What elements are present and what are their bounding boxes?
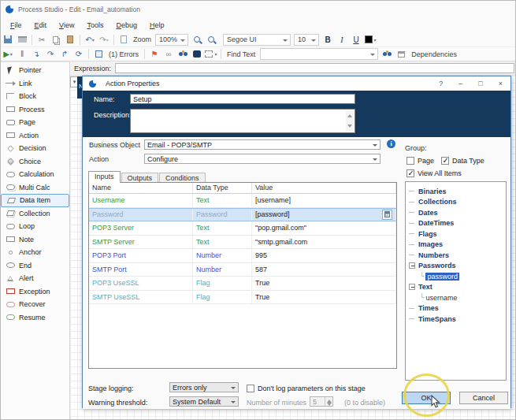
font-size-combobox[interactable]: 10 xyxy=(294,34,319,46)
palette-item-resume[interactable]: Resume xyxy=(1,311,69,325)
menu-debug[interactable]: Debug xyxy=(110,20,143,31)
param-value[interactable]: [password] xyxy=(252,209,396,221)
tree-node-username[interactable]: └username xyxy=(409,292,506,303)
palette-item-collection[interactable]: Collection xyxy=(1,207,69,221)
selection-mode-button[interactable]: ▾ xyxy=(205,48,217,60)
print-button[interactable] xyxy=(16,34,28,46)
tree-node-binaries[interactable]: Binaries xyxy=(409,186,506,197)
step-over-button[interactable]: ↷ xyxy=(44,48,57,60)
view-all-items-checkbox[interactable]: View All Items xyxy=(406,169,462,177)
menu-help[interactable]: Help xyxy=(143,20,171,31)
param-row-smtp-port[interactable]: SMTP PortNumber587 xyxy=(89,263,396,277)
palette-item-calculation[interactable]: Calculation xyxy=(1,168,69,181)
param-value[interactable]: True xyxy=(252,277,396,290)
zoom-in-button[interactable] xyxy=(191,34,203,46)
redo-button[interactable]: ↷▾ xyxy=(98,34,110,46)
tree-node-numbers[interactable]: Numbers xyxy=(409,250,506,261)
param-value[interactable]: 587 xyxy=(252,263,396,277)
palette-item-exception[interactable]: Exception xyxy=(1,285,69,299)
dependencies-icon-button[interactable] xyxy=(395,48,407,60)
palette-item-page[interactable]: Page xyxy=(1,116,69,129)
dialog-help-button[interactable]: ? xyxy=(439,80,443,87)
watch-button[interactable]: ∞ xyxy=(162,48,175,60)
param-value[interactable]: "smtp.gmail.com xyxy=(252,236,396,249)
param-row-password[interactable]: PasswordPassword[password] xyxy=(89,208,396,222)
param-row-pop3-port[interactable]: POP3 PortNumber995 xyxy=(89,249,396,263)
tree-node-timespans[interactable]: TimeSpans xyxy=(409,314,506,325)
palette-item-pointer[interactable]: Pointer xyxy=(1,64,69,77)
column-header-data-type[interactable]: Data Type xyxy=(193,183,252,193)
spinner-arrows[interactable] xyxy=(325,397,332,406)
find-text-combobox[interactable] xyxy=(260,48,378,60)
palette-item-action[interactable]: Action xyxy=(1,129,69,143)
palette-item-note[interactable]: Note xyxy=(1,233,69,247)
underline-button[interactable]: U xyxy=(350,34,362,46)
business-object-combobox[interactable]: Email - POP3/SMTP xyxy=(144,139,381,150)
pause-button[interactable]: ‖ xyxy=(16,48,28,60)
zoom-out-button[interactable] xyxy=(205,34,217,46)
dialog-titlebar[interactable]: Action Properties ? – □ × xyxy=(83,76,510,91)
highlight-stage-button[interactable] xyxy=(191,48,203,60)
search-button[interactable] xyxy=(176,48,189,60)
undo-button[interactable]: ↶▾ xyxy=(84,34,96,46)
param-row-smtp-usessl[interactable]: SMTP UseSSLFlagTrue xyxy=(89,291,396,305)
expression-editor-button[interactable] xyxy=(382,210,392,220)
palette-item-recover[interactable]: Recover xyxy=(1,298,69,311)
paste-button[interactable] xyxy=(64,34,76,46)
zoom-level-combobox[interactable]: 100% xyxy=(155,34,188,46)
ok-button[interactable]: OK xyxy=(402,392,451,404)
zoom-page-button[interactable] xyxy=(117,34,130,46)
breakpoint-flag-button[interactable]: ⚑ xyxy=(148,48,161,60)
param-row-username[interactable]: UsernameText[username] xyxy=(89,194,396,208)
minutes-spinner[interactable]: 5 xyxy=(310,396,333,407)
column-header-value[interactable]: Value xyxy=(252,183,396,193)
menu-edit[interactable]: Edit xyxy=(28,20,54,31)
tree-node-images[interactable]: Images xyxy=(409,240,506,251)
group-page-checkbox[interactable]: Page xyxy=(406,157,434,165)
cancel-button[interactable]: Cancel xyxy=(459,392,508,404)
palette-item-alert[interactable]: Alert xyxy=(1,272,69,285)
find-next-button[interactable] xyxy=(381,48,393,60)
bold-button[interactable]: B xyxy=(321,34,334,46)
param-value[interactable]: True xyxy=(252,291,396,304)
column-header-name[interactable]: Name xyxy=(89,183,193,193)
save-button[interactable] xyxy=(2,34,14,46)
font-color-button[interactable]: ▾ xyxy=(364,34,377,46)
expression-input[interactable] xyxy=(115,63,514,73)
validation-button[interactable] xyxy=(92,48,105,60)
collapse-icon[interactable] xyxy=(409,284,415,290)
description-scrollbar[interactable] xyxy=(346,110,354,132)
tree-node-times[interactable]: Times xyxy=(409,303,506,314)
cut-button[interactable]: ✂ xyxy=(35,34,48,46)
group-datatype-checkbox[interactable]: Data Type xyxy=(441,157,484,165)
palette-item-block[interactable]: Block xyxy=(1,90,69,103)
dependencies-label[interactable]: Dependencies xyxy=(411,50,457,58)
step-out-button[interactable]: ↱ xyxy=(58,48,71,60)
menu-view[interactable]: View xyxy=(53,20,80,31)
stage-logging-combobox[interactable]: Errors only xyxy=(169,382,239,392)
palette-item-choice[interactable]: Choice xyxy=(1,155,69,169)
step-in-button[interactable]: ↴ xyxy=(30,48,43,60)
palette-item-data-item[interactable]: Data Item xyxy=(1,194,69,207)
param-value[interactable]: 995 xyxy=(252,249,396,262)
palette-item-link[interactable]: Link xyxy=(1,77,69,91)
palette-item-multi-calc[interactable]: Multi Calc xyxy=(1,181,69,195)
collapse-icon[interactable] xyxy=(409,262,415,269)
name-input[interactable]: Setup xyxy=(130,94,355,104)
tree-node-collections[interactable]: Collections xyxy=(409,197,506,208)
dialog-close-button[interactable]: × xyxy=(499,80,503,87)
copy-button[interactable] xyxy=(50,34,62,46)
dialog-minimize-button[interactable]: – xyxy=(458,80,462,87)
palette-item-process[interactable]: Process xyxy=(1,103,69,117)
tree-node-passwords[interactable]: Passwords xyxy=(409,261,506,272)
run-button[interactable]: ▶▾ xyxy=(2,48,14,60)
palette-item-end[interactable]: End xyxy=(1,259,69,273)
palette-item-decision[interactable]: Decision xyxy=(1,142,69,155)
tree-node-password[interactable]: └password xyxy=(409,271,506,282)
info-icon[interactable]: i xyxy=(387,139,395,148)
restart-button[interactable]: ⟳ xyxy=(72,48,85,60)
menu-file[interactable]: File xyxy=(4,20,28,31)
dont-log-checkbox[interactable]: Don't log parameters on this stage xyxy=(247,385,366,392)
param-row-pop3-server[interactable]: POP3 ServerText"pop.gmail.com" xyxy=(89,221,396,236)
errors-label[interactable]: (1) Errors xyxy=(109,50,139,58)
